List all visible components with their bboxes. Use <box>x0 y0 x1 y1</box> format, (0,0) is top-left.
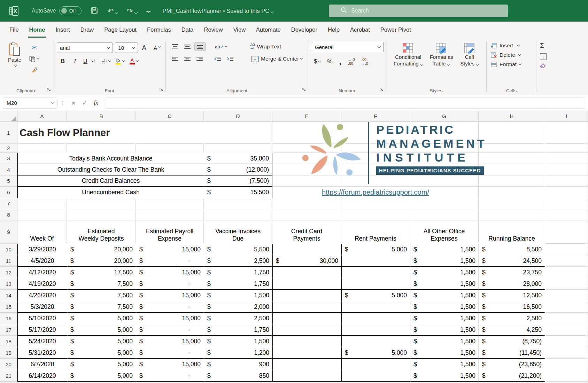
row-header-3[interactable]: 3 <box>0 153 17 164</box>
decrease-indent-button[interactable] <box>212 55 223 63</box>
col-header-B[interactable]: B <box>67 111 136 122</box>
cell[interactable] <box>204 209 272 220</box>
data-cell[interactable] <box>272 370 341 382</box>
data-cell[interactable]: $5,000 <box>67 336 136 347</box>
align-left-button[interactable] <box>170 55 181 63</box>
data-cell[interactable]: $15,000 <box>136 313 204 324</box>
tab-page-layout[interactable]: Page Layout <box>99 22 142 38</box>
info-value-cell[interactable]: $15,500 <box>204 187 272 198</box>
cell[interactable] <box>479 144 545 153</box>
align-center-button[interactable] <box>182 55 193 63</box>
cell[interactable] <box>545 122 588 144</box>
cell[interactable] <box>545 324 588 336</box>
underline-button[interactable]: U <box>81 57 90 65</box>
data-cell[interactable]: $15,000 <box>136 267 204 278</box>
cell[interactable] <box>341 382 410 383</box>
week-of-cell[interactable]: 5/31/2020 <box>17 347 67 359</box>
select-all-corner[interactable] <box>0 111 17 122</box>
cell[interactable] <box>67 198 136 209</box>
row-header-6[interactable]: 6 <box>0 187 17 198</box>
cell[interactable] <box>272 122 341 144</box>
confirm-entry-icon[interactable]: ✓ <box>82 99 87 107</box>
data-cell[interactable]: $8,500 <box>479 244 545 255</box>
increase-indent-button[interactable] <box>225 55 236 63</box>
font-color-button[interactable]: A <box>127 57 140 65</box>
cell[interactable] <box>204 122 272 144</box>
formula-input[interactable] <box>105 97 585 109</box>
bold-button[interactable]: B <box>57 57 69 66</box>
cell[interactable] <box>545 255 588 267</box>
increase-font-button[interactable]: Aˆ <box>140 43 149 53</box>
cell[interactable] <box>479 175 545 187</box>
data-cell[interactable]: $15,000 <box>136 336 204 347</box>
data-cell[interactable]: $1,500 <box>410 290 479 301</box>
cell[interactable] <box>479 122 545 144</box>
cell[interactable] <box>410 382 479 383</box>
week-of-cell[interactable]: 5/24/2020 <box>17 336 67 347</box>
tab-view[interactable]: View <box>228 22 251 38</box>
cell[interactable] <box>272 144 341 153</box>
cell[interactable] <box>479 198 545 209</box>
data-cell[interactable]: $23,750 <box>479 267 545 278</box>
underline-dropdown[interactable] <box>91 59 95 62</box>
copy-button[interactable] <box>27 55 41 63</box>
cell[interactable] <box>17 209 67 220</box>
cell[interactable] <box>545 278 588 290</box>
decrease-decimal-button[interactable]: .00→.0 <box>359 57 370 67</box>
autosave-toggle[interactable]: Off <box>59 6 82 15</box>
info-label-cell[interactable]: Outstanding Checks To Clear The Bank <box>17 164 204 175</box>
data-cell[interactable]: $1,750 <box>204 324 272 336</box>
data-cell[interactable]: $- <box>136 255 204 267</box>
data-cell[interactable]: $1,500 <box>410 267 479 278</box>
cell[interactable] <box>272 382 341 383</box>
borders-button[interactable] <box>99 57 113 65</box>
data-cell[interactable]: $30,000 <box>272 255 341 267</box>
cell[interactable] <box>545 244 588 255</box>
week-of-cell[interactable]: 4/26/2020 <box>17 290 67 301</box>
data-cell[interactable]: $1,500 <box>410 255 479 267</box>
tab-draw[interactable]: Draw <box>75 22 99 38</box>
data-cell[interactable]: $1,500 <box>410 301 479 313</box>
week-of-cell[interactable]: 4/19/2020 <box>17 278 67 290</box>
data-cell[interactable] <box>272 267 341 278</box>
percent-style-button[interactable]: % <box>325 57 334 66</box>
data-cell[interactable]: $5,000 <box>67 313 136 324</box>
data-cell[interactable]: $1,500 <box>410 336 479 347</box>
excel-app-icon[interactable] <box>9 6 18 16</box>
format-as-table-button[interactable]: Format as Table <box>427 42 456 68</box>
data-cell[interactable]: $16,500 <box>479 301 545 313</box>
bottom-align-button[interactable] <box>194 42 206 51</box>
number-dialog-launcher[interactable] <box>380 87 384 93</box>
align-right-button[interactable] <box>194 55 205 63</box>
info-label-cell[interactable]: Credit Card Balances <box>17 175 204 187</box>
row-header-14[interactable]: 14 <box>0 290 17 301</box>
accounting-format-button[interactable]: $ <box>312 57 323 66</box>
document-title[interactable]: PMI_CashFlowPlanner • Saved to this PC <box>163 8 274 14</box>
format-painter-button[interactable] <box>27 66 41 74</box>
data-cell[interactable] <box>341 370 410 382</box>
cell[interactable] <box>545 301 588 313</box>
data-cell[interactable]: $1,500 <box>410 359 479 370</box>
data-cell[interactable]: $1,200 <box>204 347 272 359</box>
info-value-cell[interactable]: $35,000 <box>204 153 272 164</box>
cell[interactable] <box>341 209 410 220</box>
info-label-cell[interactable]: Unencumbered Cash <box>17 187 204 198</box>
clipboard-dialog-launcher[interactable] <box>47 87 51 93</box>
cell[interactable] <box>341 164 410 175</box>
data-cell[interactable]: $1,500 <box>410 324 479 336</box>
data-cell[interactable]: $15,000 <box>136 244 204 255</box>
col-header-D[interactable]: D <box>204 111 272 122</box>
col-header-F[interactable]: F <box>341 111 410 122</box>
week-of-cell[interactable]: 5/3/2020 <box>17 301 67 313</box>
name-box[interactable]: M20 <box>3 97 57 109</box>
tab-data[interactable]: Data <box>176 22 199 38</box>
table-header-cell[interactable]: Rent Payments <box>341 220 410 244</box>
cell[interactable] <box>545 313 588 324</box>
data-cell[interactable]: $7,500 <box>67 301 136 313</box>
cell[interactable] <box>410 153 479 164</box>
font-name-combo[interactable]: arial <box>57 42 113 53</box>
row-header-16[interactable]: 16 <box>0 313 17 324</box>
col-header-I[interactable]: I <box>545 111 588 122</box>
data-cell[interactable] <box>272 347 341 359</box>
cell[interactable] <box>67 382 136 383</box>
